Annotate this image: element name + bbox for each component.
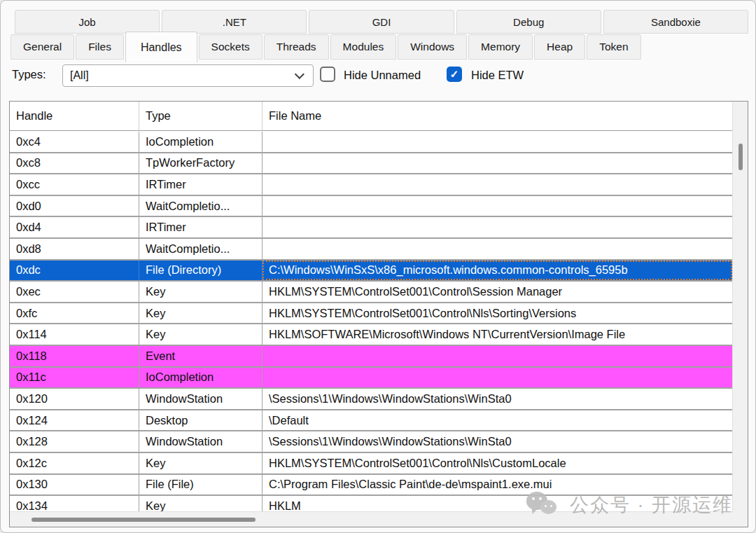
type-cell: IoCompletion xyxy=(139,368,262,388)
hide-unnamed-checkbox[interactable] xyxy=(320,67,335,82)
tab-handles[interactable]: Handles xyxy=(125,32,197,62)
filename-cell: \Sessions\1\Windows\WindowStations\WinSt… xyxy=(262,389,732,409)
handle-cell: 0xc4 xyxy=(10,132,139,152)
filename-cell: \Sessions\1\Windows\WindowStations\WinSt… xyxy=(262,431,732,452)
table-row[interactable]: 0xd4IRTimer xyxy=(10,217,732,239)
table-row[interactable]: 0x128WindowStation\Sessions\1\Windows\Wi… xyxy=(10,431,732,453)
type-cell: IRTimer xyxy=(139,217,262,237)
handle-cell: 0x128 xyxy=(10,431,139,452)
table-row[interactable]: 0x11cIoCompletion xyxy=(10,368,732,389)
type-cell: Key xyxy=(139,303,262,324)
filename-cell xyxy=(262,239,732,259)
horizontal-scrollbar-thumb[interactable] xyxy=(31,518,255,522)
handle-cell: 0x11c xyxy=(10,368,139,388)
filename-cell: HKLM\SYSTEM\ControlSet001\Control\Sessio… xyxy=(262,282,732,302)
filename-cell: \Default xyxy=(262,410,732,431)
type-cell: IoCompletion xyxy=(139,132,262,152)
handles-table: HandleTypeFile Name 0xc4IoCompletion0xc8… xyxy=(9,101,748,527)
column-header-type[interactable]: Type xyxy=(139,102,262,130)
handle-cell: 0x120 xyxy=(10,389,139,409)
secondary-tab-strip: Job.NETGDIDebugSandboxie xyxy=(15,10,748,34)
type-cell: WaitCompletio... xyxy=(139,239,262,259)
hide-etw-label: Hide ETW xyxy=(471,69,524,82)
watermark: 公众号 · 开源运维 xyxy=(526,492,733,518)
tab-windows[interactable]: Windows xyxy=(398,34,467,60)
type-cell: WindowStation xyxy=(139,431,262,452)
filename-cell: HKLM\SYSTEM\ControlSet001\Control\Nls\So… xyxy=(262,303,732,324)
handle-cell: 0xec xyxy=(10,282,139,302)
scrollbar-corner xyxy=(732,511,748,527)
type-cell: Key xyxy=(139,496,262,511)
process-properties-dialog: Job.NETGDIDebugSandboxie GeneralFilesHan… xyxy=(0,0,756,533)
handle-cell: 0xc8 xyxy=(10,153,139,174)
handle-cell: 0x124 xyxy=(10,410,139,431)
tab-modules[interactable]: Modules xyxy=(330,34,397,60)
filename-cell: C:\Windows\WinSxS\x86_microsoft.windows.… xyxy=(262,261,732,281)
type-cell: IRTimer xyxy=(139,174,262,195)
types-dropdown-value: [All] xyxy=(70,69,298,82)
type-cell: Key xyxy=(139,324,262,345)
tab-sandboxie[interactable]: Sandboxie xyxy=(603,10,748,34)
filename-cell xyxy=(262,217,732,237)
table-body: 0xc4IoCompletion0xc8TpWorkerFactory0xccI… xyxy=(10,132,732,511)
table-row[interactable]: 0x12cKeyHKLM\SYSTEM\ControlSet001\Contro… xyxy=(10,453,732,475)
type-cell: File (Directory) xyxy=(139,261,262,281)
handle-cell: 0x118 xyxy=(10,346,139,366)
table-row[interactable]: 0xccIRTimer xyxy=(10,174,732,196)
hide-etw-checkbox[interactable]: ✓ xyxy=(447,67,462,82)
hide-unnamed-label: Hide Unnamed xyxy=(344,69,421,82)
types-label: Types: xyxy=(12,68,46,81)
type-cell: TpWorkerFactory xyxy=(139,153,262,174)
handle-cell: 0x130 xyxy=(10,475,139,495)
table-row[interactable]: 0xdcFile (Directory)C:\Windows\WinSxS\x8… xyxy=(10,261,732,282)
handle-cell: 0xdc xyxy=(10,261,139,281)
table-header: HandleTypeFile Name xyxy=(10,102,732,131)
table-row[interactable]: 0xc4IoCompletion xyxy=(10,132,732,153)
tab-net[interactable]: .NET xyxy=(162,10,307,34)
table-row[interactable]: 0x118Event xyxy=(10,346,732,368)
table-row[interactable]: 0xecKeyHKLM\SYSTEM\ControlSet001\Control… xyxy=(10,282,732,303)
handle-cell: 0xcc xyxy=(10,174,139,195)
handle-cell: 0xd0 xyxy=(10,196,139,216)
column-header-handle[interactable]: Handle xyxy=(10,102,139,130)
type-cell: WindowStation xyxy=(139,389,262,409)
tab-general[interactable]: General xyxy=(10,34,74,60)
filename-cell: HKLM\SYSTEM\ControlSet001\Control\Nls\Cu… xyxy=(262,453,732,473)
tab-gdi[interactable]: GDI xyxy=(309,10,454,34)
filename-cell xyxy=(262,196,732,216)
filename-cell xyxy=(262,132,732,152)
column-header-file-name[interactable]: File Name xyxy=(262,102,732,130)
filter-bar: Types: [All] Hide Unnamed ✓ Hide ETW xyxy=(1,62,755,92)
tab-threads[interactable]: Threads xyxy=(264,34,329,60)
tab-token[interactable]: Token xyxy=(587,34,640,60)
handle-cell: 0xd8 xyxy=(10,239,139,259)
type-cell: Key xyxy=(139,453,262,473)
table-row[interactable]: 0x124Desktop\Default xyxy=(10,410,732,432)
tab-job[interactable]: Job xyxy=(15,10,160,34)
watermark-text: 公众号 · 开源运维 xyxy=(570,492,733,518)
handle-cell: 0xd4 xyxy=(10,217,139,237)
filename-cell xyxy=(262,174,732,195)
type-cell: Desktop xyxy=(139,410,262,431)
table-row[interactable]: 0xc8TpWorkerFactory xyxy=(10,153,732,175)
tab-heap[interactable]: Heap xyxy=(534,34,585,60)
type-cell: Key xyxy=(139,282,262,302)
types-dropdown[interactable]: [All] xyxy=(62,64,314,87)
vertical-scrollbar[interactable] xyxy=(732,102,748,511)
tab-files[interactable]: Files xyxy=(76,34,124,60)
vertical-scrollbar-thumb[interactable] xyxy=(738,144,743,170)
table-row[interactable]: 0xd8WaitCompletio... xyxy=(10,239,732,261)
tab-memory[interactable]: Memory xyxy=(468,34,533,60)
table-row[interactable]: 0x114KeyHKLM\SOFTWARE\Microsoft\Windows … xyxy=(10,324,732,346)
filename-cell xyxy=(262,153,732,174)
table-row[interactable]: 0xfcKeyHKLM\SYSTEM\ControlSet001\Control… xyxy=(10,303,732,325)
type-cell: WaitCompletio... xyxy=(139,196,262,216)
filename-cell: HKLM\SOFTWARE\Microsoft\Windows NT\Curre… xyxy=(262,324,732,345)
filename-cell xyxy=(262,346,732,366)
wechat-icon xyxy=(526,492,560,518)
tab-sockets[interactable]: Sockets xyxy=(199,34,262,60)
table-row[interactable]: 0xd0WaitCompletio... xyxy=(10,196,732,218)
type-cell: File (File) xyxy=(139,475,262,495)
tab-debug[interactable]: Debug xyxy=(456,10,601,34)
table-row[interactable]: 0x120WindowStation\Sessions\1\Windows\Wi… xyxy=(10,389,732,410)
